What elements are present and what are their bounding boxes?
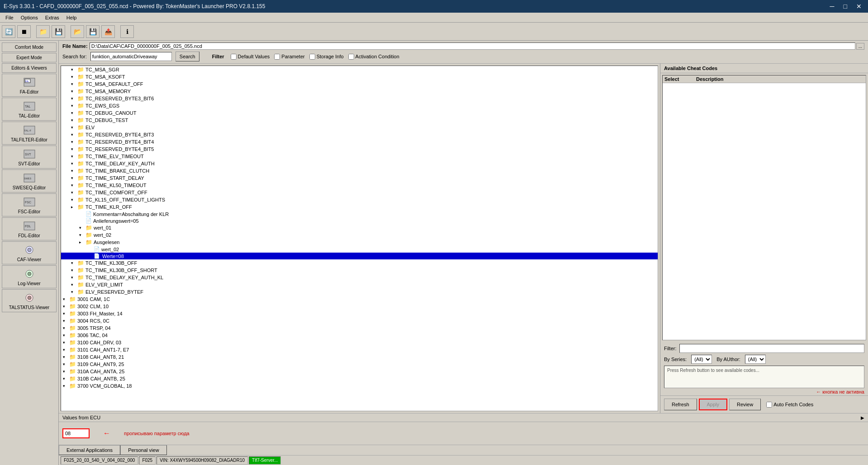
menu-file[interactable]: File <box>2 14 17 21</box>
tree-expand-icon[interactable]: ▸ <box>71 205 77 209</box>
tree-item[interactable]: ▾📁310A CAH_ANTA, 25 <box>61 368 658 375</box>
tree-expand-icon[interactable]: ▾ <box>63 333 69 338</box>
tree-item[interactable]: ▾📁TC_TIME_BRAKE_CLUTCH <box>61 167 658 174</box>
tree-expand-icon[interactable]: ▾ <box>63 376 69 381</box>
tree-item[interactable]: ▾📁3109 CAH_ANT9, 25 <box>61 361 658 368</box>
sidebar-talstatus-viewer[interactable]: TALSTATUS-Viewer <box>2 289 57 312</box>
search-button[interactable]: Search <box>175 52 199 61</box>
sidebar-fa-editor[interactable]: FA FA-Editor <box>2 74 57 97</box>
sidebar-svt-editor[interactable]: SVT SVT-Editor <box>2 146 57 169</box>
tree-item[interactable]: ▾📁TC_DEBUG_TEST <box>61 117 658 124</box>
close-btn[interactable]: ✕ <box>854 2 864 11</box>
sidebar-fdl-editor[interactable]: FDL FDL-Editor <box>2 217 57 240</box>
tree-item[interactable]: 📄wert_02 <box>61 246 658 253</box>
tree-expand-icon[interactable]: ▾ <box>71 161 77 166</box>
tree-expand-icon[interactable]: ▾ <box>63 311 69 316</box>
tree-item[interactable]: ▾📁3100 CAH_DRV, 03 <box>61 339 658 346</box>
sidebar-expert-mode[interactable]: Expert Mode <box>2 53 57 62</box>
tree-item[interactable]: ▾📁TC_TIME_DELAY_KEY_AUTH <box>61 160 658 167</box>
sidebar-fsc-editor[interactable]: FSC FSC-Editor <box>2 193 57 216</box>
tree-item[interactable]: ▾📁TC_RESERVED_BYTE3_BIT6 <box>61 95 658 102</box>
tree-expand-icon[interactable]: ▾ <box>63 369 69 374</box>
tree-item[interactable]: ▾📁TC_TIME_KL30B_OFF_SHORT <box>61 267 658 274</box>
tree-item[interactable]: ▾📁TC_DEBUG_CANOUT <box>61 109 658 117</box>
tree-item[interactable]: ▾📁TC_TIME_KL50_TIMEOUT <box>61 182 658 189</box>
toolbar-btn-6[interactable]: 💾 <box>86 25 100 38</box>
value-input-box[interactable]: 08 <box>62 428 90 438</box>
sidebar-editors-viewers[interactable]: Editors & Viewers <box>2 63 57 73</box>
tree-item[interactable]: ▾📁TC_RESERVED_BYTE4_BIT5 <box>61 146 658 153</box>
by-author-select[interactable]: (All) <box>745 355 766 364</box>
auto-fetch-checkbox[interactable] <box>766 402 772 408</box>
tree-expand-icon[interactable]: ▾ <box>71 96 77 101</box>
tree-expand-icon[interactable]: ▾ <box>79 233 85 237</box>
tree-expand-icon[interactable]: ▾ <box>71 261 77 265</box>
tree-expand-icon[interactable]: ▾ <box>71 183 77 188</box>
sidebar-log-viewer[interactable]: Log-Viewer <box>2 265 57 288</box>
tree-expand-icon[interactable]: ▾ <box>71 197 77 202</box>
cheat-filter-input[interactable] <box>679 344 865 353</box>
tree-item[interactable]: 📄Kommentar=Abschaltung der KLR <box>61 211 658 217</box>
tree-item[interactable]: ▾📁3108 CAH_ANT8, 21 <box>61 353 658 361</box>
tree-item[interactable]: ▾📁3101 CAH_ANT1-7, E7 <box>61 346 658 353</box>
tree-expand-icon[interactable]: ▸ <box>79 240 85 244</box>
tree-item[interactable]: ▾📁TC_MSA_MEMORY <box>61 88 658 95</box>
sidebar-sweseq-editor[interactable]: SWES SWESEQ-Editor <box>2 169 57 193</box>
tree-item[interactable]: ▾📁TC_TIME_DELAY_KEY_AUTH_KL <box>61 274 658 281</box>
tree-expand-icon[interactable]: ▾ <box>71 89 77 94</box>
sidebar-tal-editor[interactable]: TAL TAL-Editor <box>2 98 57 121</box>
filter-default-values-checkbox[interactable] <box>231 54 237 60</box>
filter-storage-info[interactable]: Storage Info <box>309 54 344 60</box>
sidebar-caf-viewer[interactable]: CAF-Viewer <box>2 241 57 264</box>
tree-item[interactable]: ▾📁3002 CLM, 10 <box>61 303 658 310</box>
toolbar-btn-7[interactable]: 📤 <box>101 25 115 38</box>
tree-item[interactable]: ▾📁TC_KL15_OFF_TIMEOUT_LIGHTS <box>61 196 658 203</box>
refresh-button[interactable]: Refresh <box>664 399 697 410</box>
tree-item[interactable]: ▾📁TC_TIME_ELV_TIMEOUT <box>61 153 658 160</box>
filter-parameter-checkbox[interactable] <box>274 54 280 60</box>
filter-default-values[interactable]: Default Values <box>231 54 270 60</box>
search-input[interactable] <box>90 52 172 61</box>
tree-item[interactable]: ▾📁ELV_RESERVED_BYTEF <box>61 288 658 296</box>
tree-item[interactable]: ▾📁TC_MSA_KSOFT <box>61 73 658 80</box>
tree-item[interactable]: 📄Anlieferungswert=05 <box>61 217 658 224</box>
toolbar-btn-5[interactable]: 📂 <box>71 25 84 38</box>
tree-item[interactable]: ▾📁wert_02 <box>61 231 658 239</box>
tree-item[interactable]: ▾📁ELV_VER_LIMIT <box>61 281 658 288</box>
tree-expand-icon[interactable]: ▾ <box>71 268 77 272</box>
tree-item[interactable]: ▾📁TC_MSA_DEFAULT_OFF <box>61 80 658 88</box>
menu-help[interactable]: Help <box>63 14 81 21</box>
tree-item[interactable]: ▸📁TC_TIME_KLR_OFF <box>61 203 658 211</box>
tree-item[interactable]: ▾📁3700 VCM_GLOBAL, 18 <box>61 382 658 390</box>
tree-item[interactable]: 📄Werte=08 <box>61 253 658 259</box>
tree-item[interactable]: ▾📁3001 CAM, 1C <box>61 296 658 303</box>
tree-item[interactable]: ▾📁3003 FH_Master, 14 <box>61 310 658 317</box>
tree-expand-icon[interactable]: ▾ <box>71 103 77 108</box>
tree-item[interactable]: ▾📁TC_MSA_SGR <box>61 66 658 73</box>
tree-expand-icon[interactable]: ▾ <box>71 132 77 137</box>
filter-activation-condition[interactable]: Activation Condition <box>348 54 399 60</box>
filter-activation-condition-checkbox[interactable] <box>348 54 354 60</box>
tree-expand-icon[interactable]: ▾ <box>79 225 85 230</box>
sidebar-talfilter-editor[interactable]: TAL-F TALFILTER-Editor <box>2 122 57 145</box>
tree-expand-icon[interactable]: ▾ <box>71 67 77 72</box>
tree-expand-icon[interactable]: ▾ <box>63 384 69 388</box>
tree-expand-icon[interactable]: ▾ <box>71 190 77 195</box>
toolbar-btn-2[interactable]: ⏹ <box>17 25 31 38</box>
by-series-select[interactable]: (All) <box>691 355 712 364</box>
tree-expand-icon[interactable]: ▾ <box>63 348 69 352</box>
minimize-btn[interactable]: ─ <box>827 2 837 11</box>
tree-item[interactable]: ▾📁TC_EWS_EGS <box>61 102 658 109</box>
tree-expand-icon[interactable]: ▾ <box>71 118 77 122</box>
toolbar-btn-3[interactable]: 📁 <box>36 25 50 38</box>
tree-panel[interactable]: ▾📁TC_MSA_SGR▾📁TC_MSA_KSOFT▾📁TC_MSA_DEFAU… <box>61 66 658 411</box>
tree-expand-icon[interactable]: ▾ <box>63 340 69 345</box>
tree-item[interactable]: ▾📁3005 TRSP, 04 <box>61 324 658 332</box>
tree-expand-icon[interactable]: ▾ <box>63 319 69 323</box>
tree-item[interactable]: ▾📁TC_TIME_KL30B_OFF <box>61 259 658 267</box>
tree-item[interactable]: ▾📁ELV <box>61 124 658 131</box>
tree-item[interactable]: ▾📁310B CAH_ANTB, 25 <box>61 375 658 382</box>
tree-expand-icon[interactable]: ▾ <box>63 297 69 301</box>
tree-expand-icon[interactable]: ▾ <box>71 111 77 115</box>
tree-item[interactable]: ▾📁TC_TIME_COMFORT_OFF <box>61 189 658 196</box>
